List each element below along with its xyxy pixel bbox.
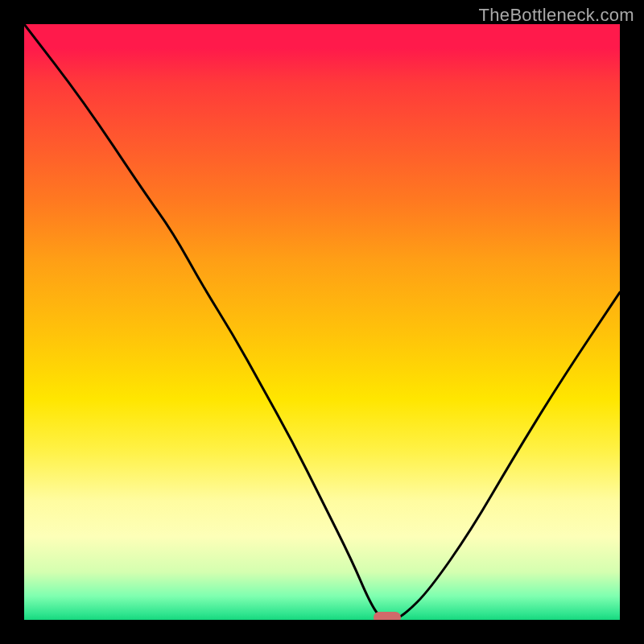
optimal-marker xyxy=(374,612,401,620)
curve-layer xyxy=(24,24,620,620)
watermark-text: TheBottleneck.com xyxy=(479,5,634,26)
bottleneck-curve-path xyxy=(24,24,620,620)
chart-frame: TheBottleneck.com xyxy=(0,0,644,644)
plot-area xyxy=(24,24,620,620)
